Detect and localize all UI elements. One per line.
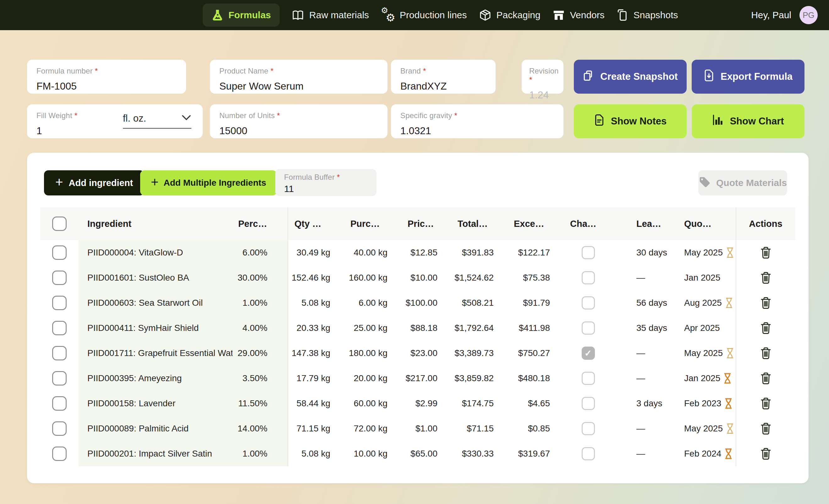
nav-tab-raw-materials[interactable]: Raw materials: [292, 9, 369, 21]
nav-tab-label: Formulas: [228, 10, 271, 21]
number-of-units-field[interactable]: Number of Units 15000: [210, 104, 388, 138]
show-chart-button[interactable]: Show Chart: [692, 104, 804, 138]
row-checkbox[interactable]: [52, 296, 67, 310]
number-of-units-label: Number of Units: [219, 111, 378, 120]
select-all-checkbox[interactable]: [52, 216, 67, 231]
exce-value: $122.17: [496, 240, 552, 265]
pric-value: $12.85: [390, 240, 440, 265]
nav-tab-snapshots[interactable]: Snapshots: [617, 9, 678, 22]
row-checkbox[interactable]: [52, 321, 67, 335]
revision-label: Revision: [529, 67, 556, 84]
ingredient-name: PIID001601: SustOleo BA: [79, 265, 232, 290]
delete-button[interactable]: [760, 272, 771, 284]
formula-buffer-label: Formula Buffer: [284, 173, 368, 182]
percentage-value: 29.00%: [232, 340, 288, 366]
delete-button[interactable]: [760, 422, 771, 435]
add-ingredient-label: Add ingredient: [69, 178, 133, 188]
product-name-value: Super Wow Serum: [219, 80, 378, 92]
file-download-icon: [704, 69, 714, 84]
exce-value: $319.67: [496, 441, 552, 466]
product-name-field[interactable]: Product Name Super Wow Serum: [210, 60, 388, 94]
nav-tab-formulas[interactable]: Formulas: [203, 3, 280, 27]
revision-value: 1.24: [529, 89, 556, 101]
change-checkbox[interactable]: [582, 347, 595, 360]
table-row: PIID000089: Palmitic Acid 14.00% 71.15 k…: [40, 416, 795, 441]
qty-value: 5.08 kg: [288, 441, 333, 466]
delete-button[interactable]: [760, 297, 771, 309]
change-checkbox[interactable]: [582, 271, 595, 284]
row-checkbox[interactable]: [52, 371, 67, 386]
quote-cell: May 2025: [671, 340, 736, 366]
show-notes-label: Show Notes: [611, 116, 666, 127]
row-checkbox[interactable]: [52, 271, 67, 285]
qty-value: 17.79 kg: [288, 366, 333, 391]
brand-field[interactable]: Brand BrandXYZ: [391, 60, 496, 94]
ingredients-table: Ingredient Perc… Qty … Purc… Pric… Total…: [40, 207, 795, 466]
top-nav: Formulas Raw materials ⚙ ⚙ Production li…: [0, 0, 829, 30]
delete-button[interactable]: [760, 397, 771, 410]
tag-icon: [698, 176, 711, 190]
number-of-units-value: 15000: [219, 125, 378, 137]
gears-icon: ⚙ ⚙: [381, 8, 395, 22]
change-checkbox[interactable]: [582, 447, 595, 460]
add-ingredient-button[interactable]: + Add ingredient: [44, 170, 144, 195]
row-checkbox[interactable]: [52, 396, 67, 411]
hourglass-icon: [726, 247, 734, 258]
delete-button[interactable]: [760, 246, 771, 259]
percentage-value: 4.00%: [232, 316, 288, 340]
change-checkbox[interactable]: [582, 372, 595, 385]
change-checkbox[interactable]: [582, 246, 595, 259]
row-checkbox[interactable]: [52, 346, 67, 360]
row-checkbox[interactable]: [52, 421, 67, 436]
qty-value: 58.44 kg: [288, 391, 333, 416]
create-snapshot-button[interactable]: Create Snapshot: [574, 60, 687, 94]
export-formula-button[interactable]: Export Formula: [692, 60, 804, 94]
purc-value: 180.00 kg: [333, 340, 390, 366]
change-checkbox[interactable]: [582, 422, 595, 435]
change-checkbox[interactable]: [582, 397, 595, 410]
row-checkbox[interactable]: [52, 245, 67, 260]
formula-buffer-field[interactable]: Formula Buffer 11: [275, 169, 376, 196]
exce-value: $0.85: [496, 416, 552, 441]
brand-label: Brand: [400, 67, 486, 75]
nav-tab-vendors[interactable]: Vendors: [552, 9, 605, 21]
actions-cell: [736, 265, 795, 290]
change-checkbox[interactable]: [582, 296, 595, 310]
delete-button[interactable]: [760, 447, 771, 460]
export-formula-label: Export Formula: [721, 71, 793, 82]
avatar-initials: PG: [803, 10, 815, 20]
lead-value: —: [624, 416, 671, 441]
delete-button[interactable]: [760, 347, 771, 359]
row-checkbox[interactable]: [52, 446, 67, 461]
add-multiple-ingredients-label: Add Multiple Ingredients: [164, 178, 266, 188]
fill-weight-field[interactable]: Fill Weight 1 fl. oz.: [27, 104, 203, 138]
purc-value: 25.00 kg: [333, 316, 390, 340]
add-multiple-ingredients-button[interactable]: + Add Multiple Ingredients: [140, 170, 277, 195]
fill-weight-unit-select[interactable]: fl. oz.: [123, 113, 191, 129]
total-value: $1,792.64: [440, 316, 496, 340]
table-row: PIID000411: SymHair Shield 4.00% 20.33 k…: [40, 316, 795, 340]
show-chart-label: Show Chart: [730, 116, 784, 127]
header-purchase: Purc…: [333, 207, 390, 240]
quote-value: May 2025: [684, 348, 723, 358]
delete-button[interactable]: [760, 322, 771, 334]
pric-value: $100.00: [390, 290, 440, 316]
change-checkbox[interactable]: [582, 321, 595, 335]
create-snapshot-label: Create Snapshot: [600, 71, 678, 82]
actions-cell: [736, 391, 795, 416]
specific-gravity-label: Specific gravity: [400, 111, 554, 120]
nav-tab-production-lines[interactable]: ⚙ ⚙ Production lines: [381, 8, 467, 22]
user-greeting: Hey, Paul: [751, 10, 791, 21]
nav-tab-packaging[interactable]: Packaging: [479, 9, 541, 22]
specific-gravity-field[interactable]: Specific gravity 1.0321: [391, 104, 564, 138]
formula-number-field[interactable]: Formula number FM-1005: [27, 60, 186, 94]
qty-value: 71.15 kg: [288, 416, 333, 441]
plus-icon: +: [55, 176, 63, 189]
show-notes-button[interactable]: Show Notes: [574, 104, 687, 138]
user-avatar[interactable]: PG: [799, 6, 818, 24]
quote-cell: May 2025: [671, 416, 736, 441]
delete-button[interactable]: [760, 372, 771, 385]
percentage-value: 30.00%: [232, 265, 288, 290]
changed-cell: [552, 316, 624, 340]
pric-value: $88.18: [390, 316, 440, 340]
